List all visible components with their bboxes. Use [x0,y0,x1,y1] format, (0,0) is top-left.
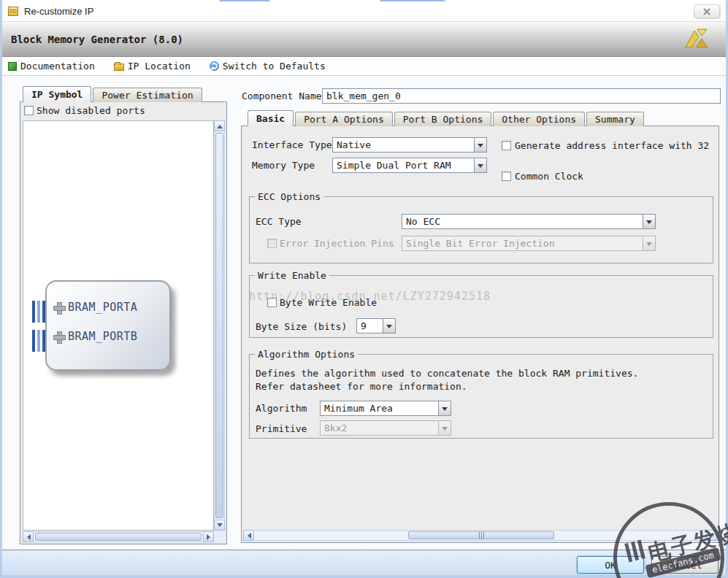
dialog-toolbar: Documentation IP Location Switch to Defa… [2,57,726,76]
byte-size-select[interactable]: 9 [356,318,396,334]
window-frame [0,0,2,578]
chevron-down-icon [474,138,486,152]
byte-write-enable-label: Byte Write Enable [280,296,377,310]
show-disabled-ports-checkbox[interactable] [24,106,34,115]
tab-ip-symbol[interactable]: IP Symbol [23,86,91,102]
left-tab-strip: IP Symbol Power Estimation [23,86,202,102]
close-button[interactable] [694,4,720,18]
generate-address-label: Generate address interface with 32 [515,139,709,153]
documentation-button[interactable]: Documentation [8,61,95,72]
expand-port-icon[interactable] [53,331,64,342]
tab-other-options[interactable]: Other Options [493,112,585,126]
algorithm-value: Minimum Area [324,403,393,414]
scroll-thumb[interactable] [215,133,223,518]
chevron-down-icon [438,401,451,415]
algorithm-select[interactable]: Minimum Area [320,401,451,416]
scroll-left-button[interactable] [243,530,254,541]
switch-defaults-icon [210,61,219,71]
interface-type-value: Native [337,139,371,150]
component-name-label: Component Name [242,89,322,104]
generate-address-checkbox[interactable] [502,141,511,150]
port-b-bus-icon [32,330,45,352]
tab-summary[interactable]: Summary [586,112,644,126]
scroll-up-button[interactable] [214,120,225,131]
tab-port-a-options[interactable]: Port A Options [295,112,393,126]
dialog-header: Block Memory Generator (8.0) [2,22,726,57]
bram-portb-label: BRAM_PORTB [68,330,137,343]
tab-port-b-options[interactable]: Port B Options [394,112,492,126]
write-enable-group: Write Enable Byte Write Enable Byte Size… [249,275,713,338]
left-horizontal-scrollbar[interactable] [23,531,214,542]
show-disabled-ports-label: Show disabled ports [37,105,145,116]
left-vertical-scrollbar[interactable] [214,120,225,531]
folder-icon [114,63,124,71]
algorithm-options-group: Algorithm Options Defines the algorithm … [249,354,713,439]
bram-symbol-block: BRAM_PORTA BRAM_PORTB [45,280,171,371]
ecc-options-title: ECC Options [255,191,323,202]
switch-to-defaults-button[interactable]: Switch to Defaults [210,61,326,72]
scroll-thumb[interactable] [35,533,202,541]
primitive-select: 8kx2 [320,420,451,436]
ip-location-button[interactable]: IP Location [114,61,191,72]
scroll-grip-icon [479,532,484,539]
ecc-type-select[interactable]: No ECC [402,214,656,229]
error-injection-value: Single Bit Error Injection [406,238,555,249]
error-injection-select: Single Bit Error Injection [402,236,656,251]
tab-basic[interactable]: Basic [248,110,294,126]
options-tab-strip: Basic Port A Options Port B Options Othe… [248,110,644,126]
left-panel: IP Symbol Power Estimation Show disabled… [20,86,227,544]
dialog-icon [8,7,18,16]
ip-symbol-canvas: BRAM_PORTA BRAM_PORTB [23,120,214,531]
dialog-title: Re-customize IP [24,6,93,17]
interface-type-select[interactable]: Native [332,137,487,153]
ok-button[interactable]: OK [577,556,644,574]
chevron-down-icon [643,215,655,228]
primitive-label: Primitive [256,422,307,436]
show-disabled-ports-row: Show disabled ports [24,105,145,116]
error-injection-label: Error Injection Pins [280,236,394,251]
scroll-right-button[interactable] [203,531,214,542]
xilinx-logo-icon [683,26,710,52]
scroll-thumb[interactable] [408,531,554,539]
algorithm-label: Algorithm [256,401,307,416]
bram-porta-label: BRAM_PORTA [68,301,137,314]
port-a-bus-icon [32,301,45,323]
documentation-label: Documentation [20,61,95,72]
byte-write-enable-checkbox[interactable] [267,298,277,307]
footer-bar: OK Cancel [2,550,726,575]
memory-type-select[interactable]: Simple Dual Port RAM [332,158,487,173]
chevron-down-icon [474,158,486,172]
common-clock-checkbox[interactable] [502,172,511,181]
scroll-right-button[interactable] [706,530,717,541]
bram-porta-row: BRAM_PORTA [53,301,137,314]
ip-location-label: IP Location [128,61,191,72]
bram-portb-row: BRAM_PORTB [53,330,137,343]
ecc-type-value: No ECC [406,216,440,227]
tab-power-estimation[interactable]: Power Estimation [93,88,202,102]
primitive-value: 8kx2 [324,423,347,434]
window-frame [0,575,728,578]
ip-symbol-panel: Show disabled ports BRAM_PORTA [20,101,227,544]
chevron-down-icon [438,421,451,435]
memory-type-value: Simple Dual Port RAM [337,160,451,171]
close-icon [702,7,711,16]
error-injection-checkbox [267,239,277,248]
algorithm-options-title: Algorithm Options [255,349,358,360]
ecc-type-label: ECC Type [256,215,302,229]
interface-type-label: Interface Type [252,138,332,153]
options-horizontal-scrollbar[interactable] [243,530,717,541]
common-clock-label: Common Clock [515,169,583,184]
scroll-down-button[interactable] [214,520,225,531]
recustomize-ip-dialog: Re-customize IP Block Memory Generator (… [0,0,728,578]
title-bar: Re-customize IP [2,1,726,22]
memory-type-label: Memory Type [252,158,315,173]
scroll-left-button[interactable] [23,531,34,542]
expand-port-icon[interactable] [53,302,64,313]
ecc-options-group: ECC Options ECC Type No ECC Error Inject… [249,196,713,263]
algorithm-description-line1: Defines the algorithm used to concatenat… [256,366,638,381]
documentation-icon [8,62,17,71]
cancel-button[interactable]: Cancel [651,556,719,574]
write-enable-title: Write Enable [255,270,329,281]
scrollbar-corner [214,531,225,542]
component-name-input[interactable] [322,88,721,104]
